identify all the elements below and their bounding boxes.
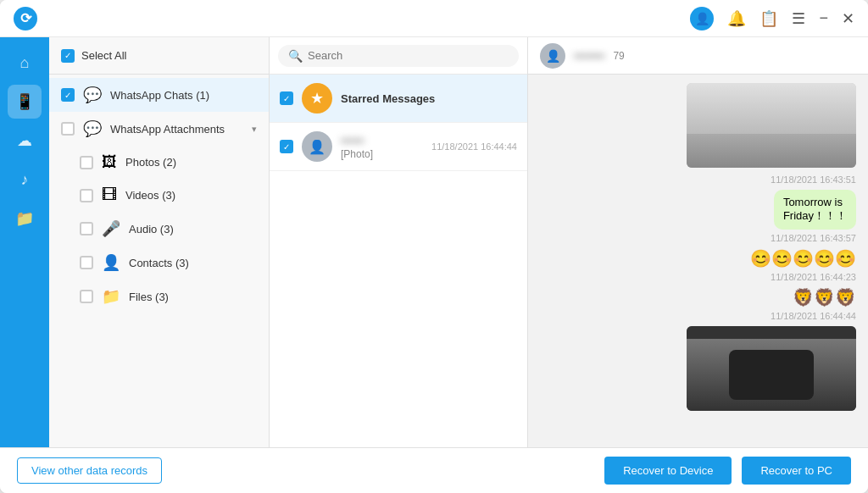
contact-name: ••••••	[341, 134, 423, 147]
select-all-checkbox[interactable]: ✓	[61, 49, 75, 63]
timestamp-4: 11/18/2021 16:44:44	[540, 311, 856, 321]
whatsapp-chats-icon: 💬	[83, 86, 102, 104]
contacts-label: Contacts (3)	[129, 257, 257, 269]
photos-icon: 🖼	[102, 153, 117, 171]
category-item-files[interactable]: 📁 Files (3)	[49, 280, 269, 313]
audio-icon: 🎤	[102, 219, 120, 238]
timestamp-2: 11/18/2021 16:43:57	[540, 233, 856, 243]
files-checkbox[interactable]	[80, 290, 93, 303]
minimize-button[interactable]: −	[819, 9, 828, 27]
contact-msg-checkbox[interactable]: ✓	[280, 140, 293, 153]
titlebar-left: ⟳	[14, 7, 37, 30]
chat-header: 👤 •••••••• 79	[528, 37, 868, 75]
chat-header-avatar: 👤	[540, 43, 565, 69]
emoji-lions: 🦁🦁🦁	[793, 287, 856, 307]
videos-icon: 🎞	[102, 186, 117, 204]
videos-checkbox[interactable]	[80, 189, 93, 202]
contact-msg-time: 11/18/2021 16:44:44	[431, 141, 517, 152]
timestamp-1: 11/18/2021 16:43:51	[540, 174, 856, 185]
files-label: Files (3)	[129, 291, 257, 303]
search-bar: 🔍	[270, 37, 527, 75]
category-header: ✓ Select All	[49, 37, 269, 75]
menu-icon[interactable]: ☰	[792, 9, 805, 28]
sidebar-item-cloud[interactable]: ☁	[8, 124, 42, 158]
sidebar-item-home[interactable]: ⌂	[8, 46, 42, 80]
bubble-friday: Tomorrow isFriday！！！	[774, 190, 856, 230]
user-avatar-icon[interactable]: 👤	[690, 7, 714, 30]
sidebar-icons: ⌂ 📱 ☁ ♪ 📁	[0, 37, 49, 447]
contact-msg-item[interactable]: ✓ 👤 •••••• [Photo] 11/18/2021 16:44:44	[270, 123, 527, 171]
contact-avatar: 👤	[302, 131, 332, 162]
starred-msg-checkbox[interactable]: ✓	[280, 91, 293, 105]
select-all-label: Select All	[81, 49, 126, 62]
main-area: ⌂ 📱 ☁ ♪ 📁 ✓ Select All ✓ 💬 WhatsApp Chat…	[0, 37, 868, 447]
app-window: ⟳ 👤 🔔 📋 ☰ − ✕ ⌂ 📱 ☁ ♪ 📁 ✓ Select	[0, 0, 868, 493]
titlebar: ⟳ 👤 🔔 📋 ☰ − ✕	[0, 0, 868, 37]
action-buttons: Recover to Device Recover to PC	[604, 457, 851, 485]
contacts-checkbox[interactable]	[80, 256, 93, 269]
close-button[interactable]: ✕	[842, 9, 854, 28]
search-icon: 🔍	[288, 49, 303, 63]
attachments-expand-icon[interactable]: ▾	[252, 124, 257, 135]
category-item-contacts[interactable]: 👤 Contacts (3)	[49, 246, 269, 280]
emoji-smileys: 😊😊😊😊😊	[750, 248, 856, 269]
bottom-bar: View other data records Recover to Devic…	[0, 447, 868, 493]
documents-icon[interactable]: 📋	[760, 9, 778, 28]
titlebar-right: 👤 🔔 📋 ☰ − ✕	[690, 7, 854, 30]
messages-list-panel: 🔍 ✓ ★ Starred Messages ✓ 👤 •••••• [Photo…	[270, 37, 528, 447]
category-item-whatsapp-attachments[interactable]: 💬 WhatsApp Attachments ▾	[49, 112, 269, 146]
recover-to-pc-button[interactable]: Recover to PC	[742, 457, 851, 485]
sidebar-item-music[interactable]: ♪	[8, 163, 42, 197]
chat-panel: 👤 •••••••• 79 11/18/2021 16:43:51 Tomorr…	[528, 37, 868, 447]
photos-label: Photos (2)	[125, 156, 257, 169]
whatsapp-chats-label: WhatsApp Chats (1)	[110, 89, 257, 102]
app-logo-icon: ⟳	[14, 7, 37, 30]
category-panel: ✓ Select All ✓ 💬 WhatsApp Chats (1) 💬 Wh…	[49, 37, 270, 447]
recover-to-device-button[interactable]: Recover to Device	[604, 457, 732, 485]
view-records-button[interactable]: View other data records	[17, 457, 162, 484]
category-item-videos[interactable]: 🎞 Videos (3)	[49, 179, 269, 212]
whatsapp-attachments-label: WhatsApp Attachments	[110, 123, 243, 136]
keyboard-photo	[687, 83, 856, 168]
starred-msg-name: Starred Messages	[341, 92, 517, 105]
contact-msg-preview: [Photo]	[341, 148, 423, 160]
chat-contact-name: ••••••••	[574, 49, 604, 62]
phone-photo	[687, 326, 856, 411]
audio-label: Audio (3)	[129, 223, 257, 235]
files-icon: 📁	[102, 287, 120, 306]
starred-messages-item[interactable]: ✓ ★ Starred Messages	[270, 75, 527, 123]
chat-messages-area: 11/18/2021 16:43:51 Tomorrow isFriday！！！…	[528, 75, 868, 447]
search-input[interactable]	[308, 49, 509, 62]
audio-checkbox[interactable]	[80, 222, 93, 235]
whatsapp-chats-checkbox[interactable]: ✓	[61, 88, 75, 102]
notification-bell-icon[interactable]: 🔔	[727, 9, 746, 28]
whatsapp-attachments-checkbox[interactable]	[61, 122, 75, 136]
photos-checkbox[interactable]	[80, 156, 93, 169]
whatsapp-attachments-icon: 💬	[83, 119, 102, 138]
category-item-audio[interactable]: 🎤 Audio (3)	[49, 212, 269, 246]
starred-msg-info: Starred Messages	[341, 92, 517, 105]
starred-icon: ★	[302, 83, 332, 114]
search-input-wrap: 🔍	[278, 45, 519, 67]
sidebar-item-folder[interactable]: 📁	[8, 202, 42, 235]
sidebar-item-device[interactable]: 📱	[8, 85, 42, 119]
contact-msg-info: •••••• [Photo]	[341, 134, 423, 160]
videos-label: Videos (3)	[125, 189, 257, 202]
category-items-list: ✓ 💬 WhatsApp Chats (1) 💬 WhatsApp Attach…	[49, 75, 269, 447]
contacts-icon: 👤	[102, 253, 120, 272]
category-item-photos[interactable]: 🖼 Photos (2)	[49, 146, 269, 179]
chat-message-count: 79	[613, 50, 624, 62]
category-item-whatsapp-chats[interactable]: ✓ 💬 WhatsApp Chats (1)	[49, 78, 269, 112]
timestamp-3: 11/18/2021 16:44:23	[540, 272, 856, 282]
